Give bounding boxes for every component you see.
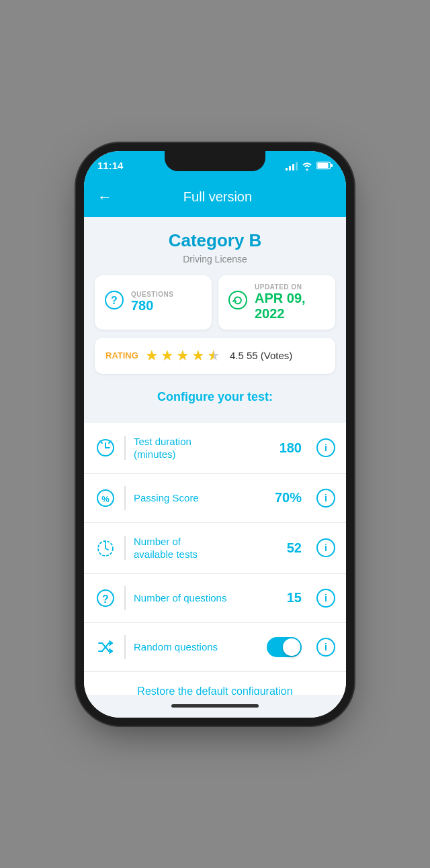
restore-link[interactable]: Restore the default configuration (137, 685, 292, 695)
passing-score-value: 70% (275, 490, 302, 505)
star-1: ★ (145, 347, 159, 365)
info-cards: ? QUESTIONS 780 (95, 275, 335, 330)
test-duration-value: 180 (280, 440, 302, 456)
category-subtitle: Driving License (95, 254, 335, 264)
updated-label: UPDATED ON (255, 283, 326, 291)
wifi-icon (301, 161, 313, 171)
divider-1 (124, 436, 126, 460)
question-icon: ? (95, 587, 116, 609)
available-tests-row[interactable]: Number ofavailable tests 52 i (84, 523, 346, 574)
passing-score-info-button[interactable]: i (316, 489, 335, 508)
battery-icon (316, 161, 333, 170)
category-title: Category B (95, 230, 335, 251)
svg-rect-1 (317, 163, 328, 168)
settings-list: Test duration(minutes) 180 i % Passing S… (84, 423, 346, 671)
random-questions-info-button[interactable]: i (316, 638, 335, 657)
signal-icon (286, 161, 298, 171)
svg-text:?: ? (102, 593, 109, 605)
available-tests-label: Number ofavailable tests (134, 535, 279, 561)
svg-line-9 (100, 441, 102, 443)
clock-icon (95, 437, 116, 459)
random-questions-label: Random questions (134, 640, 259, 654)
timer-icon (95, 537, 116, 559)
updated-card: UPDATED ON APR 09, 2022 (218, 275, 335, 330)
updated-value: APR 09, 2022 (255, 291, 326, 322)
num-questions-value: 15 (287, 590, 302, 606)
divider-4 (124, 586, 126, 610)
test-duration-row[interactable]: Test duration(minutes) 180 i (84, 423, 346, 474)
phone-frame: 11:14 ← Full version (84, 151, 346, 718)
num-questions-info-button[interactable]: i (316, 589, 335, 608)
test-duration-label: Test duration(minutes) (134, 435, 271, 461)
available-tests-value: 52 (287, 540, 302, 556)
rating-value: 4.5 55 (Votes) (230, 350, 292, 361)
random-questions-toggle[interactable] (267, 637, 302, 657)
status-time: 11:14 (97, 160, 123, 171)
home-bar (171, 704, 259, 708)
refresh-circle-icon (228, 290, 248, 314)
passing-score-row[interactable]: % Passing Score 70% i (84, 474, 346, 523)
stars: ★ ★ ★ ★ ★ (145, 347, 220, 365)
star-5: ★ (207, 347, 220, 365)
num-questions-row[interactable]: ? Number of questions 15 i (84, 574, 346, 623)
back-button[interactable]: ← (97, 189, 112, 206)
percent-icon: % (95, 487, 116, 509)
header-title: Full version (123, 189, 312, 205)
notch (165, 151, 265, 171)
home-indicator (84, 695, 346, 718)
questions-label: QUESTIONS (131, 291, 173, 298)
app-header: ← Full version (84, 181, 346, 217)
available-tests-info-button[interactable]: i (316, 538, 335, 557)
top-section: Category B Driving License ? QUESTIONS 7… (84, 217, 346, 418)
restore-section: Restore the default configuration (84, 671, 346, 695)
questions-card-text: QUESTIONS 780 (131, 291, 173, 314)
svg-text:?: ? (111, 295, 118, 306)
divider-2 (124, 486, 126, 510)
divider-5 (124, 635, 126, 659)
svg-rect-2 (331, 164, 333, 167)
star-2: ★ (161, 347, 174, 365)
toggle-thumb (283, 638, 300, 656)
rating-label: RATING (105, 350, 138, 360)
svg-point-5 (229, 291, 247, 309)
divider-3 (124, 536, 126, 560)
num-questions-label: Number of questions (134, 591, 279, 605)
rating-card: RATING ★ ★ ★ ★ ★ 4.5 55 (Votes) (95, 338, 335, 374)
main-content: Category B Driving License ? QUESTIONS 7… (84, 217, 346, 695)
questions-value: 780 (131, 298, 173, 314)
svg-text:%: % (101, 494, 110, 504)
questions-card: ? QUESTIONS 780 (95, 275, 212, 330)
passing-score-label: Passing Score (134, 491, 267, 505)
updated-card-text: UPDATED ON APR 09, 2022 (255, 283, 326, 322)
configure-title: Configure your test: (95, 385, 335, 407)
question-circle-icon: ? (104, 290, 124, 314)
svg-line-10 (109, 441, 111, 443)
star-3: ★ (176, 347, 189, 365)
shuffle-icon (95, 636, 116, 658)
status-icons (286, 161, 333, 171)
star-4: ★ (191, 347, 205, 365)
random-questions-row[interactable]: Random questions i (84, 623, 346, 671)
test-duration-info-button[interactable]: i (316, 438, 335, 457)
